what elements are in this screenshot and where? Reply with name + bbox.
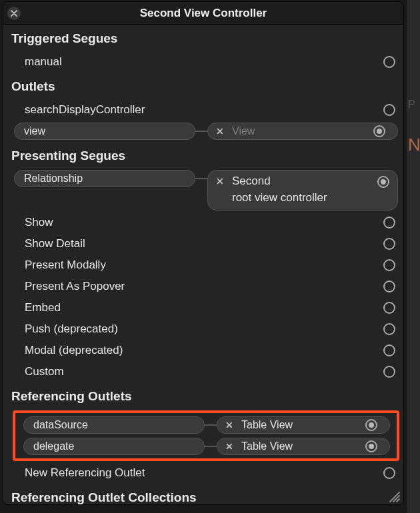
outlet-source-pill[interactable]: Relationship (14, 170, 195, 187)
outlet-source-label: Relationship (24, 173, 83, 185)
connection-well-icon[interactable] (383, 104, 395, 116)
connection-well-icon[interactable] (383, 302, 395, 314)
connection-well-icon[interactable] (377, 176, 389, 188)
section-header-outlets: Outlets (3, 73, 403, 99)
outlet-target-pill[interactable]: ✕ Table View (217, 438, 390, 455)
ghost-text: P (408, 99, 415, 111)
highlight-box: dataSource ✕ Table View delegate ✕ Table… (13, 410, 399, 461)
close-icon (11, 10, 17, 17)
connections-inspector-panel: Second View Controller Triggered Segues … (3, 1, 404, 505)
outlet-source-pill[interactable]: view (14, 123, 195, 140)
disconnect-button[interactable]: ✕ (224, 420, 235, 430)
outlet-source-label: delegate (33, 440, 74, 452)
outlet-row-search[interactable]: searchDisplayController (3, 99, 403, 121)
outlet-row-datasource[interactable]: dataSource ✕ Table View (17, 414, 395, 436)
segue-row-custom[interactable]: Custom (3, 361, 403, 382)
outlet-label: New Referencing Outlet (25, 466, 145, 480)
segue-label: Show Detail (25, 237, 85, 251)
segue-row-modal[interactable]: Modal (deprecated) (3, 340, 403, 361)
segue-row-embed[interactable]: Embed (3, 297, 403, 318)
section-header-presenting-segues: Presenting Segues (3, 142, 403, 169)
segue-label: Custom (25, 365, 64, 378)
outlet-source-label: view (24, 125, 45, 137)
segue-row-show-detail[interactable]: Show Detail (3, 233, 403, 255)
connection-line-icon (205, 424, 217, 426)
titlebar: Second View Controller (3, 2, 403, 25)
segue-label: Show (25, 216, 53, 229)
segue-label: Modal (deprecated) (25, 344, 123, 357)
outlet-row-delegate[interactable]: delegate ✕ Table View (17, 436, 395, 457)
segue-row-present-modally[interactable]: Present Modally (3, 255, 403, 276)
outlet-target-pill[interactable]: ✕ View (207, 123, 398, 140)
connection-well-icon[interactable] (365, 440, 377, 452)
outlet-source-pill[interactable]: delegate (23, 438, 205, 455)
outlet-label: searchDisplayController (25, 103, 145, 117)
connection-well-icon[interactable] (383, 217, 395, 229)
ghost-text: N (408, 135, 420, 155)
connection-well-icon[interactable] (365, 419, 377, 431)
outlet-target-label: Table View (241, 440, 293, 452)
connection-well-icon[interactable] (383, 323, 395, 335)
panel-content: Triggered Segues manual Outlets searchDi… (3, 25, 403, 505)
segue-label: Embed (25, 301, 61, 314)
connection-well-icon[interactable] (373, 125, 385, 137)
panel-title: Second View Controller (3, 7, 403, 20)
connection-well-icon[interactable] (383, 467, 395, 479)
connection-well-icon[interactable] (383, 259, 395, 271)
segue-label: Present Modally (25, 258, 106, 272)
outlet-label: manual (25, 55, 62, 69)
connection-well-icon[interactable] (383, 238, 395, 250)
section-header-referencing-outlets: Referencing Outlets (3, 382, 403, 409)
outlet-source-pill[interactable]: dataSource (23, 416, 205, 434)
disconnect-button[interactable]: ✕ (215, 126, 225, 137)
outlet-target-label: View (232, 125, 255, 137)
disconnect-button[interactable]: ✕ (224, 441, 235, 452)
outlet-target-label: Second (232, 173, 271, 190)
close-button[interactable] (7, 7, 21, 20)
resize-grip-icon[interactable] (386, 488, 401, 503)
outlet-row-view[interactable]: view ✕ View (3, 121, 403, 142)
outlet-target-sublabel: root view controller (232, 191, 327, 204)
outlet-target-label: Table View (241, 419, 293, 431)
connection-line-icon (195, 178, 207, 179)
outlet-target-pill[interactable]: ✕ Second root view controller (207, 170, 398, 211)
outlet-source-label: dataSource (33, 419, 88, 431)
section-header-triggered-segues: Triggered Segues (3, 25, 403, 51)
connection-well-icon[interactable] (383, 366, 395, 378)
connection-line-icon (205, 446, 217, 447)
connection-well-icon[interactable] (383, 56, 395, 68)
segue-row-present-as-popover[interactable]: Present As Popover (3, 276, 403, 297)
connection-well-icon[interactable] (383, 280, 395, 292)
connection-well-icon[interactable] (383, 344, 395, 356)
outlet-row-new-referencing[interactable]: New Referencing Outlet (3, 462, 403, 484)
outlet-row-manual[interactable]: manual (3, 51, 403, 73)
disconnect-button[interactable]: ✕ (215, 176, 225, 187)
segue-label: Present As Popover (25, 280, 125, 293)
segue-row-push[interactable]: Push (deprecated) (3, 318, 403, 340)
section-header-referencing-outlet-collections: Referencing Outlet Collections (3, 484, 403, 505)
segue-label: Push (deprecated) (25, 322, 118, 336)
outlet-row-relationship[interactable]: Relationship ✕ Second root view controll… (3, 169, 403, 212)
connection-line-icon (195, 131, 207, 132)
segue-row-show[interactable]: Show (3, 212, 403, 233)
outlet-target-pill[interactable]: ✕ Table View (217, 416, 390, 434)
background-peek: P N (407, 0, 420, 513)
